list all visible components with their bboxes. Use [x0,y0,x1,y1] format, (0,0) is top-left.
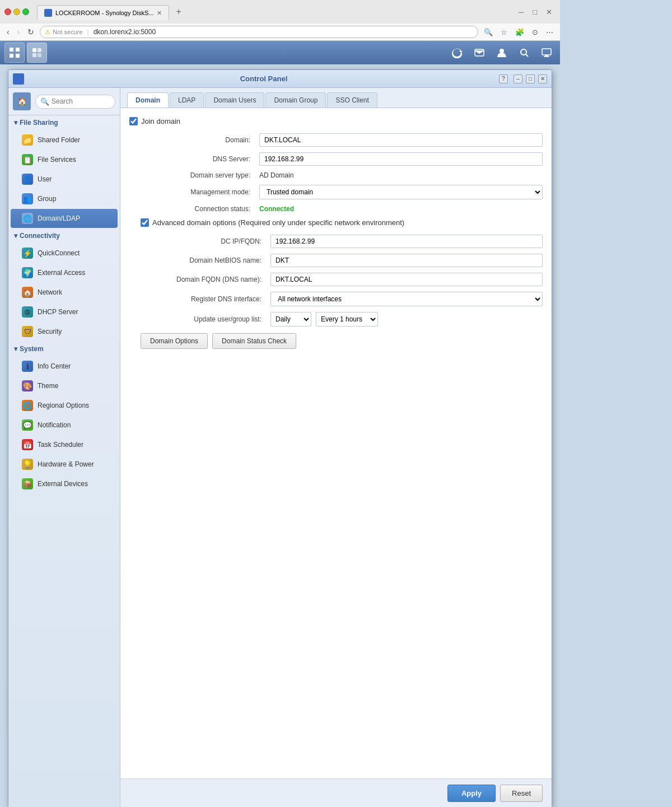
sidebar-item-network[interactable]: 🏠 Network [11,283,118,302]
update-interval-select[interactable]: Every 1 hours Every 2 hours Every 6 hour… [316,312,378,326]
tab-close-button[interactable]: ✕ [157,10,162,17]
search-icon[interactable]: 🔍 [482,27,495,38]
search-input[interactable] [52,97,110,105]
quickconnect-icon: ⚡ [22,248,33,259]
taskbar-search-icon[interactable] [515,44,533,62]
sidebar-item-hardware-power[interactable]: 💡 Hardware & Power [11,455,118,474]
refresh-button[interactable]: ↻ [25,26,36,38]
network-icon: 🏠 [22,287,33,298]
sidebar-section-connectivity[interactable]: ▾ Connectivity [8,228,120,243]
sidebar-item-quickconnect[interactable]: ⚡ QuickConnect [11,244,118,263]
domain-label: Domain: [141,136,253,144]
netbios-name-input[interactable] [270,254,543,267]
external-devices-icon: 📦 [22,478,33,489]
main-content: Domain LDAP Domain Users Domain Group SS… [120,88,552,807]
tab-domain[interactable]: Domain [127,92,169,108]
svg-rect-1 [16,48,20,52]
sidebar-label-info-center: Info Center [38,362,71,370]
window-close-btn[interactable]: ✕ [543,7,556,17]
section-label-connectivity: Connectivity [20,232,60,240]
browser-tab[interactable]: LOCKERROOM - Synology DiskS... ✕ [37,5,169,20]
domain-options-button[interactable]: Domain Options [141,333,208,349]
dhcp-icon: ⚙ [22,306,33,318]
join-domain-row: Join domain [129,117,543,125]
sidebar-item-info-center[interactable]: ℹ Info Center [11,357,118,376]
domain-input[interactable] [259,133,543,147]
home-button[interactable]: 🏠 [13,92,31,110]
sidebar-label-regional-options: Regional Options [38,402,89,409]
url-bar[interactable]: ⚠ Not secure | dkon.lorenx2.io:5000 [40,26,478,38]
management-mode-select[interactable]: Trusted domain Compatible mode Windows A… [259,185,543,199]
taskbar-app-control-panel[interactable] [27,43,47,63]
sidebar-label-file-services: File Services [38,156,76,164]
dns-interface-select[interactable]: All network interfaces Primary interface… [270,292,543,306]
sidebar-label-external-access: External Access [38,269,85,277]
close-button[interactable]: ✕ [538,74,547,83]
join-domain-checkbox[interactable] [129,117,138,125]
svg-rect-12 [542,49,551,55]
taskbar-app-grid[interactable] [4,43,25,63]
domain-fqdn-input[interactable] [270,273,543,286]
dsm-taskbar [0,41,560,64]
forward-button[interactable]: › [15,26,22,38]
sidebar-section-file-sharing[interactable]: ▾ File Sharing [8,115,120,130]
taskbar-right [448,44,556,62]
bookmark-icon[interactable]: ☆ [498,27,510,38]
maximize-button[interactable]: □ [526,74,535,83]
sidebar-item-theme[interactable]: 🎨 Theme [11,376,118,395]
more-icon[interactable]: ⋯ [544,27,556,38]
history-icon[interactable]: ⊙ [530,27,540,38]
sidebar-item-external-access[interactable]: 🌍 External Access [11,263,118,282]
sidebar-item-file-services[interactable]: 📋 File Services [11,150,118,169]
update-frequency-select[interactable]: Daily Weekly Monthly [270,312,311,326]
tab-domain-group[interactable]: Domain Group [265,92,326,108]
taskbar-user-icon[interactable] [493,44,511,62]
url-text: dkon.lorenx2.io:5000 [94,28,156,36]
domain-server-type-label: Domain server type: [141,171,253,179]
tab-sso-client[interactable]: SSO Client [327,92,377,108]
domain-status-check-button[interactable]: Domain Status Check [212,333,296,349]
sidebar-label-theme: Theme [38,382,58,390]
advanced-options-checkbox[interactable] [141,218,149,227]
action-buttons-row: Domain Options Domain Status Check [141,333,543,349]
apply-button[interactable]: Apply [447,785,496,802]
search-box[interactable]: 🔍 [35,95,115,109]
sidebar-item-external-devices[interactable]: 📦 External Devices [11,474,118,493]
window-maximize-btn[interactable]: □ [529,7,540,17]
sidebar-label-user: User [38,175,52,183]
window-controls: ? – □ ✕ [499,74,547,83]
sidebar-item-user[interactable]: 👤 User [11,170,118,189]
dc-ip-input[interactable] [270,235,543,248]
window-minimize-btn[interactable]: ─ [515,7,527,17]
taskbar-desktop-icon[interactable] [538,44,556,62]
tab-ldap[interactable]: LDAP [170,92,204,108]
extensions-icon[interactable]: 🧩 [513,27,526,38]
taskbar-refresh-icon[interactable] [448,44,466,62]
search-icon: 🔍 [40,97,49,106]
minimize-button[interactable]: – [514,74,522,83]
advanced-fields-grid: DC IP/FQDN: Domain NetBIOS name: Domain … [152,235,543,326]
regional-options-icon: 🌐 [22,400,33,411]
tab-domain-users[interactable]: Domain Users [205,92,264,108]
new-tab-button[interactable]: + [170,3,186,20]
sidebar-item-notification[interactable]: 💬 Notification [11,416,118,435]
reset-button[interactable]: Reset [500,785,543,802]
sidebar-item-shared-folder[interactable]: 📁 Shared Folder [11,130,118,150]
sidebar-item-task-scheduler[interactable]: 📅 Task Scheduler [11,435,118,454]
section-label-system: System [20,345,44,353]
sidebar-item-domain-ldap[interactable]: 🌐 Domain/LDAP [11,209,118,228]
connection-status-label: Connection status: [141,205,253,213]
help-button[interactable]: ? [499,74,508,83]
taskbar-message-icon[interactable] [470,44,488,62]
sidebar-item-dhcp-server[interactable]: ⚙ DHCP Server [11,302,118,321]
domain-ldap-icon: 🌐 [22,213,33,224]
sidebar-section-system[interactable]: ▾ System [8,342,120,356]
dns-server-input[interactable] [259,152,543,166]
sidebar-item-security[interactable]: 🛡 Security [11,322,118,341]
svg-rect-2 [10,54,13,58]
browser-chrome: LOCKERROOM - Synology DiskS... ✕ + ─ □ ✕… [0,0,560,62]
sidebar-item-group[interactable]: 👥 Group [11,189,118,208]
back-button[interactable]: ‹ [4,26,12,38]
svg-rect-5 [38,48,41,52]
sidebar-item-regional-options[interactable]: 🌐 Regional Options [11,396,118,415]
